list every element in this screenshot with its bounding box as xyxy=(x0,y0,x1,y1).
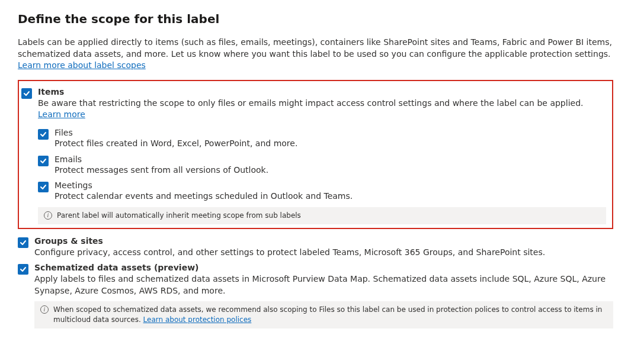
items-desc: Be aware that restricting the scope to o… xyxy=(38,98,606,121)
emails-checkbox[interactable] xyxy=(38,156,49,166)
files-row: Files Protect files created in Word, Exc… xyxy=(21,125,606,152)
items-info-text: Parent label will automatically inherit … xyxy=(57,211,301,221)
items-learn-more-link[interactable]: Learn more xyxy=(38,109,85,119)
info-icon: i xyxy=(44,211,52,220)
groups-row: Groups & sites Configure privacy, access… xyxy=(18,234,613,261)
schematized-checkbox[interactable] xyxy=(18,264,28,275)
groups-desc: Configure privacy, access control, and o… xyxy=(34,247,613,259)
meetings-row: Meetings Protect calendar events and mee… xyxy=(21,178,606,205)
files-checkbox[interactable] xyxy=(38,129,49,140)
files-label: Files xyxy=(55,128,606,137)
intro-text: Labels can be applied directly to items … xyxy=(18,37,613,72)
meetings-desc: Protect calendar events and meetings sch… xyxy=(55,191,606,202)
emails-desc: Protect messages sent from all versions … xyxy=(55,165,606,176)
schematized-label: Schematized data assets (preview) xyxy=(34,263,613,272)
items-section-highlight: Items Be aware that restricting the scop… xyxy=(18,80,613,229)
protection-policies-link[interactable]: Learn about protection polices xyxy=(143,315,252,324)
files-desc: Protect files created in Word, Excel, Po… xyxy=(55,138,606,150)
items-checkbox[interactable] xyxy=(21,88,32,99)
page-title: Define the scope for this label xyxy=(18,12,613,26)
schematized-info-text: When scoped to schematized data assets, … xyxy=(53,305,607,325)
info-icon: i xyxy=(40,305,49,314)
items-row: Items Be aware that restricting the scop… xyxy=(21,85,606,123)
meetings-label: Meetings xyxy=(55,181,606,190)
schematized-info-bar: i When scoped to schematized data assets… xyxy=(34,301,613,328)
emails-label: Emails xyxy=(55,154,606,164)
meetings-checkbox[interactable] xyxy=(38,182,49,192)
items-label: Items xyxy=(38,87,606,96)
intro-body: Labels can be applied directly to items … xyxy=(18,37,612,59)
learn-more-scopes-link[interactable]: Learn more about label scopes xyxy=(18,60,146,70)
emails-row: Emails Protect messages sent from all ve… xyxy=(21,152,606,179)
schematized-desc: Apply labels to files and schematized da… xyxy=(34,273,613,297)
items-info-bar: i Parent label will automatically inheri… xyxy=(38,207,606,224)
schematized-row: Schematized data assets (preview) Apply … xyxy=(18,260,613,299)
groups-checkbox[interactable] xyxy=(18,237,28,248)
groups-label: Groups & sites xyxy=(34,236,613,246)
